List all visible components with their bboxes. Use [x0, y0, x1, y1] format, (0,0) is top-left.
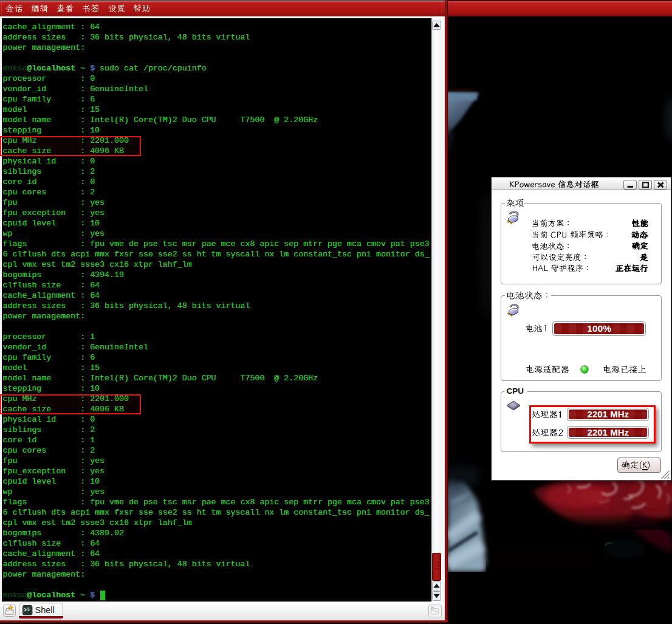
- svg-text:$: $: [27, 608, 30, 612]
